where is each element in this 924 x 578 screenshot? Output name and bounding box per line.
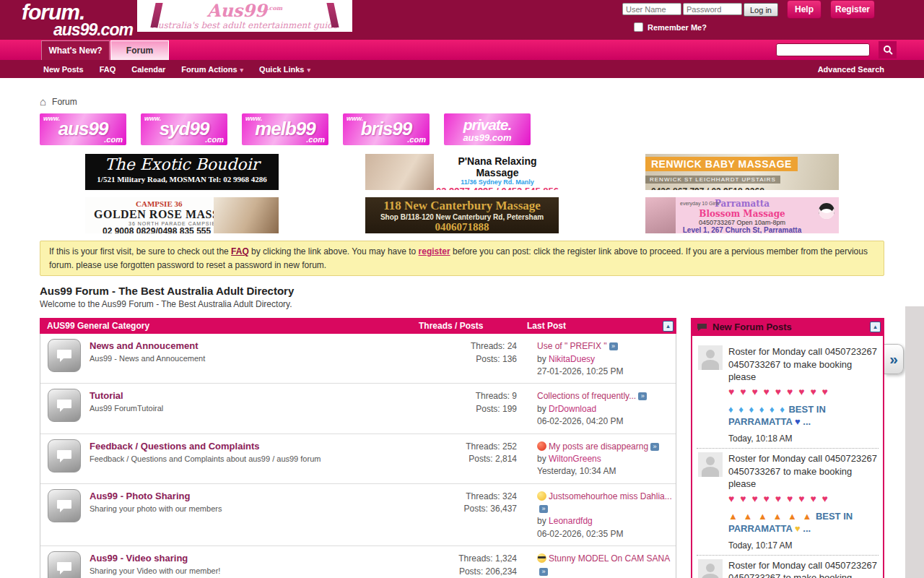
- ad-pnana-massage[interactable]: P'Nana Relaxing Massage 11/36 Sydney Rd.…: [365, 154, 559, 190]
- breadcrumb-forum[interactable]: Forum: [52, 97, 77, 107]
- banner-melb99[interactable]: www. melb99 .com: [242, 113, 328, 145]
- home-icon[interactable]: ⌂: [40, 95, 46, 108]
- banner-bris99[interactable]: www. bris99 .com: [343, 113, 430, 145]
- sidebar-post[interactable]: Roster for Monday call 0450723267 045073…: [697, 342, 879, 448]
- go-to-last-post-icon[interactable]: »: [609, 342, 618, 350]
- category-header: AUS99 General Category Threads / Posts L…: [40, 318, 676, 334]
- last-post-author[interactable]: NikitaDuesy: [549, 354, 595, 364]
- faq-link[interactable]: FAQ: [231, 246, 249, 256]
- ad-canterbury-massage[interactable]: 118 New Canterbury Massage Shop B/118-12…: [365, 197, 559, 233]
- register-link[interactable]: register: [419, 246, 450, 256]
- chevron-down-icon: ▾: [307, 66, 310, 74]
- ad-title: P'Nana Relaxing Massage: [436, 155, 559, 178]
- login-button[interactable]: Log in: [744, 3, 778, 17]
- sidebar-post[interactable]: Roster for Monday call 0450723267 045073…: [697, 448, 879, 555]
- last-post-author[interactable]: DrDownload: [549, 404, 596, 414]
- password-input[interactable]: [683, 3, 742, 15]
- sidebar-post[interactable]: Roster for Monday call 0450723267 045073…: [697, 555, 879, 578]
- col-last-post: Last Post: [527, 321, 663, 331]
- forum-name[interactable]: Tutorial: [90, 390, 432, 401]
- cool-face-icon: [537, 553, 546, 563]
- right-gutter: [905, 306, 924, 578]
- last-post-title[interactable]: Collections of frequently...: [537, 391, 636, 401]
- ad-photo: [645, 197, 676, 233]
- new-posts-sidebar: New Forum Posts ▴ Roster for Monday call…: [691, 318, 884, 578]
- ad-golden-rose-massage[interactable]: CAMPSIE 36 GOLDEN ROSE MASSAGE 36 NORTH …: [85, 197, 279, 233]
- banner-syd99[interactable]: www. syd99 .com: [141, 113, 227, 145]
- notice-text: by clicking the link above. You may have…: [249, 246, 419, 256]
- post-text: Roster for Monday call 0450723267 045073…: [728, 560, 877, 578]
- collapse-button[interactable]: ▴: [663, 321, 674, 332]
- ad-subtitle: everyday 10 Girls: [680, 200, 719, 207]
- remember-me-checkbox[interactable]: [634, 22, 643, 32]
- go-to-last-post-icon[interactable]: »: [638, 392, 647, 400]
- go-to-last-post-icon[interactable]: »: [539, 505, 548, 513]
- forum-name[interactable]: News and Annoucement: [90, 340, 432, 351]
- go-to-last-post-icon[interactable]: »: [650, 443, 659, 451]
- nav-calendar[interactable]: Calendar: [131, 65, 165, 74]
- forum-name[interactable]: Aus99 - Photo Sharing: [90, 491, 432, 501]
- last-post-author[interactable]: Leonardfdg: [549, 516, 593, 526]
- forum-icon: [48, 551, 81, 578]
- search-button[interactable]: [879, 41, 897, 59]
- threads-count: Threads: 324: [432, 491, 517, 503]
- speech-bubble-icon: [56, 398, 72, 413]
- speech-bubble-icon: [56, 449, 72, 463]
- help-button[interactable]: Help: [787, 0, 821, 19]
- forum-row: Aus99 - Video sharing Sharing your Video…: [40, 545, 676, 578]
- advanced-search-link[interactable]: Advanced Search: [818, 65, 884, 74]
- remember-me-label: Remember Me?: [648, 23, 707, 32]
- nav-faq[interactable]: FAQ: [100, 65, 116, 74]
- forum-icon: [48, 389, 81, 422]
- go-to-last-post-icon[interactable]: »: [539, 568, 548, 576]
- last-post-title[interactable]: Use of " PREFIX ": [537, 341, 607, 351]
- username-input[interactable]: [622, 3, 681, 15]
- last-post-author[interactable]: WiltonGreens: [549, 454, 601, 464]
- sidebar-toggle-button[interactable]: »: [884, 344, 904, 374]
- register-button[interactable]: Register: [830, 0, 875, 19]
- forum-stats: Threads: 252 Posts: 2,814: [432, 439, 517, 466]
- tab-bar: What's New? Forum: [0, 40, 924, 60]
- banner-aus99[interactable]: www. aus99 .com: [40, 113, 126, 145]
- sidebar-body: Roster for Monday call 0450723267 045073…: [691, 336, 884, 578]
- by-label: by: [537, 404, 546, 414]
- speech-bubble-icon: [56, 499, 72, 513]
- forum-row: Aus99 - Photo Sharing Sharing your photo…: [40, 483, 676, 546]
- forum-description: Feedback / Questions and Complaints abou…: [90, 454, 432, 463]
- nav-quick-links[interactable]: Quick Links▾: [259, 65, 310, 74]
- forum-description: Aus99 ForumTutoiral: [90, 404, 432, 413]
- last-post-date: 06-02-2026, 04:20 PM: [537, 415, 673, 428]
- search-input[interactable]: [776, 43, 870, 56]
- banner-private-aus99[interactable]: private. aus99.com: [444, 113, 531, 145]
- avatar: [698, 452, 723, 477]
- tab-whats-new[interactable]: What's New?: [41, 40, 110, 60]
- ad-exotic-boudoir[interactable]: The Exotic Boudoir 1/521 Military Road, …: [85, 154, 279, 190]
- posts-count: Posts: 136: [432, 353, 517, 366]
- logo-line2: aus99.com: [53, 22, 133, 38]
- ad-blossom-massage[interactable]: everyday 10 Girls Parramatta Blossom Mas…: [645, 197, 839, 233]
- last-post-title[interactable]: My posts are disappearng: [549, 441, 648, 452]
- last-post-cell: Stunny MODEL On CAM SANA» by GoldMeow88 …: [537, 551, 673, 578]
- login-form: Log in Remember Me?: [622, 3, 778, 32]
- post-date: Today, 10:18 AM: [728, 433, 877, 444]
- forum-name[interactable]: Aus99 - Video sharing: [90, 553, 432, 564]
- ellipsis: ...: [803, 416, 811, 427]
- header-banner-ad[interactable]: Aus99.com Australia's best adult enterta…: [137, 0, 352, 32]
- nav-bar: New Posts FAQ Calendar Forum Actions▾ Qu…: [0, 60, 924, 78]
- posts-count: Posts: 206,234: [432, 566, 517, 578]
- threads-count: Threads: 1,324: [432, 553, 517, 565]
- site-logo[interactable]: forum. aus99.com: [22, 1, 133, 38]
- category-title[interactable]: AUS99 General Category: [47, 321, 419, 331]
- nav-forum-actions[interactable]: Forum Actions▾: [181, 65, 243, 74]
- banner-com: .com: [407, 135, 426, 144]
- ad-renwick-massage[interactable]: RENWICK BABY MASSAGE RENWICK ST LEICHHAR…: [645, 154, 839, 190]
- forum-name[interactable]: Feedback / Questions and Complaints: [90, 441, 432, 452]
- tab-forum[interactable]: Forum: [110, 40, 169, 60]
- collapse-button[interactable]: ▴: [870, 322, 881, 332]
- doll-face-icon: [819, 203, 834, 219]
- nav-new-posts[interactable]: New Posts: [43, 65, 84, 74]
- last-post-title[interactable]: Justsomehourhoe miss Dahlia...: [549, 491, 672, 501]
- last-post-title[interactable]: Stunny MODEL On CAM SANA: [549, 553, 670, 564]
- ad-phone: 02 9977 4995 / 0452 545 856: [436, 186, 559, 190]
- last-post-date: Yesterday, 10:34 AM: [537, 465, 673, 478]
